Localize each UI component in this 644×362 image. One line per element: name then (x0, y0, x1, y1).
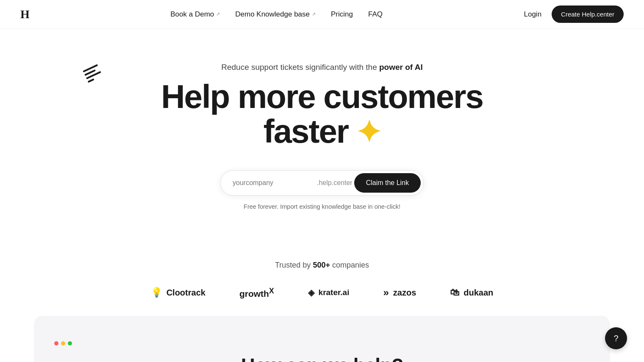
clootrack-icon: 💡 (151, 287, 162, 298)
logo-growthx: growthX (239, 287, 274, 299)
company-name-input[interactable] (233, 179, 317, 187)
logo-dukaan: 🛍 dukaan (450, 287, 493, 298)
hero-section: Reduce support tickets significantly wit… (0, 29, 644, 235)
nav-demo-kb[interactable]: Demo Knowledge base ↗ (235, 10, 316, 19)
external-icon: ↗ (216, 11, 220, 17)
trusted-title: Trusted by 500+ companies (275, 261, 369, 270)
dot-red (54, 341, 58, 345)
dukaan-label: dukaan (464, 288, 493, 298)
trusted-section: Trusted by 500+ companies 💡 Clootrack gr… (0, 235, 644, 316)
login-button[interactable]: Login (524, 10, 541, 19)
logo-krater: ◈ krater.ai (308, 287, 350, 298)
demo-card: How can we help? (34, 316, 610, 362)
dot-yellow (61, 341, 65, 345)
logo-zazos: » zazos (383, 287, 416, 298)
window-dots (54, 341, 72, 345)
dot-green (68, 341, 72, 345)
nav-faq[interactable]: FAQ (368, 10, 383, 19)
logo-clootrack: 💡 Clootrack (151, 287, 205, 298)
nav-right: Login Create Help.center (524, 6, 624, 23)
url-suffix: .help.center (317, 179, 354, 187)
demo-card-title: How can we help? (241, 354, 403, 362)
external-icon: ↗ (312, 11, 316, 17)
nav-book-demo[interactable]: Book a Demo ↗ (170, 10, 220, 19)
clootrack-label: Clootrack (167, 288, 205, 298)
logos-row: 💡 Clootrack growthX ◈ krater.ai » zazos … (20, 287, 624, 299)
logo-letter: H (20, 8, 29, 21)
nav-links: Book a Demo ↗ Demo Knowledge base ↗ Pric… (170, 10, 383, 19)
bottom-card-section: How can we help? (0, 316, 644, 362)
zazos-label: zazos (393, 288, 416, 298)
claim-link-button[interactable]: Claim the Link (354, 173, 421, 193)
zazos-icon: » (383, 287, 389, 298)
krater-icon: ◈ (308, 287, 314, 298)
chat-bubble-button[interactable]: ? (605, 327, 627, 349)
growthx-label: growthX (239, 287, 274, 299)
url-note: Free forever. Import existing knowledge … (244, 203, 400, 210)
sparkle-icon: ✦ (348, 115, 380, 149)
nav-pricing[interactable]: Pricing (331, 10, 353, 19)
decoration (85, 67, 101, 80)
deco-line-4 (88, 78, 94, 83)
navbar: H Book a Demo ↗ Demo Knowledge base ↗ Pr… (0, 0, 644, 29)
deco-lines (83, 64, 103, 83)
logo[interactable]: H (20, 8, 29, 21)
hero-title: Help more customers faster ✦ (131, 80, 513, 149)
hero-subtitle: Reduce support tickets significantly wit… (221, 63, 423, 72)
krater-label: krater.ai (319, 288, 350, 297)
create-helpcenter-button[interactable]: Create Help.center (552, 6, 624, 23)
dukaan-icon: 🛍 (450, 287, 459, 298)
url-form: .help.center Claim the Link (220, 170, 424, 196)
chat-icon: ? (613, 334, 618, 343)
